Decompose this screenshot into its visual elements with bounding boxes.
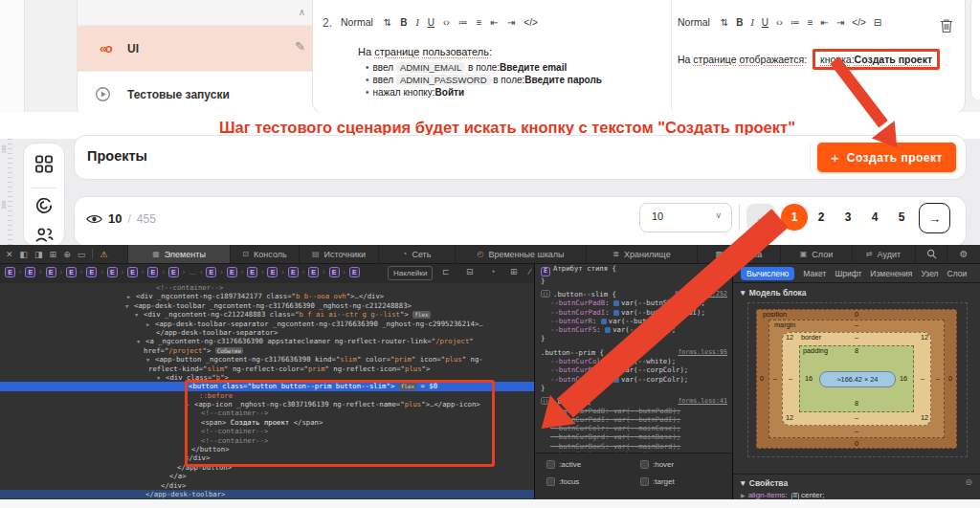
- dashboard-grid-icon[interactable]: [35, 155, 54, 173]
- sidebar-item-ui[interactable]: «o UI ✎: [78, 26, 319, 72]
- dom-node-line[interactable]: ▼<app-button _ngcontent-ng-c3176636390 k…: [0, 355, 534, 364]
- prev-page-button[interactable]: ←: [746, 204, 775, 232]
- badges-filter-button[interactable]: Наклейки: [388, 266, 433, 280]
- style-rule-line[interactable]: }: [535, 334, 732, 342]
- devtools-tab-storage[interactable]: ≣Хранилище: [586, 245, 697, 263]
- style-rule-line[interactable]: --butnCurR: var(--butnSlimR);: [535, 317, 732, 325]
- style-rule-line[interactable]: --butnCurBoxS: var(--mainBord);: [535, 442, 732, 451]
- chevron-up-icon[interactable]: ∧: [299, 7, 305, 17]
- element-breadcrumb-badge[interactable]: E: [267, 267, 278, 277]
- step-right-text[interactable]: На странице отображается: кнопка:Создать…: [678, 49, 960, 70]
- element-breadcrumb-badge[interactable]: E: [46, 267, 56, 277]
- dom-node-line[interactable]: <!--container-->: [0, 283, 534, 292]
- format-select[interactable]: Normal: [341, 16, 373, 28]
- create-project-button[interactable]: + Создать проект: [817, 143, 956, 172]
- style-rule-line[interactable]: --butnCurPadB: var(--butnSlimPadB);: [535, 298, 732, 307]
- style-rule-line[interactable]: --butnCurPadI: var(--butnPadI);: [535, 415, 732, 424]
- indent-icon[interactable]: ⇥: [507, 17, 515, 28]
- element-breadcrumb-badge[interactable]: E: [25, 267, 35, 277]
- angle-icon[interactable]: ‹›: [776, 17, 783, 28]
- dom-node-line[interactable]: </a>: [0, 472, 534, 480]
- underline-icon[interactable]: U: [428, 17, 434, 28]
- page-size-select[interactable]: 10 ∨: [639, 203, 732, 232]
- pseudo-toggle-target[interactable]: :target: [640, 477, 675, 486]
- devtools-tab-layers[interactable]: ▣Слои: [780, 245, 852, 263]
- page-button-3[interactable]: 3: [835, 204, 861, 231]
- ol-icon[interactable]: ≔: [458, 17, 468, 28]
- devtools-tab-audit[interactable]: ⇄Аудит: [852, 245, 914, 263]
- sidebar-item-test-runs[interactable]: Тестовые запуски: [78, 72, 319, 117]
- stylesheet-link[interactable]: forms.less:95: [678, 348, 727, 357]
- ol-icon[interactable]: ≔: [791, 17, 800, 28]
- dom-node-line[interactable]: </div>: [0, 481, 534, 490]
- gear-icon[interactable]: ⚙: [947, 245, 980, 263]
- outdent-icon[interactable]: ⇤: [491, 17, 499, 28]
- sidebar-tab-Шрифт[interactable]: Шрифт: [835, 269, 861, 278]
- style-rule-line[interactable]: }: [535, 276, 732, 285]
- italic-icon[interactable]: I: [415, 17, 418, 28]
- dom-node-line[interactable]: ▶<app-desk-toolbar-separator _ngcontent-…: [0, 320, 534, 328]
- dock-right-icon[interactable]: ◨: [34, 250, 43, 259]
- page-button-2[interactable]: 2: [808, 204, 835, 231]
- element-breadcrumb-badge[interactable]: E: [308, 267, 319, 277]
- underline-icon[interactable]: U: [762, 17, 768, 28]
- pagebreak-icon[interactable]: ⊟: [874, 17, 881, 28]
- style-rule-line[interactable]: --butnCurPadB: var(--butnPadB);: [535, 407, 732, 415]
- devtools-tab-grid[interactable]: ▦Элементы: [127, 245, 230, 263]
- bold-icon[interactable]: B: [400, 17, 407, 28]
- edit-pencil-icon[interactable]: ✎: [295, 39, 305, 54]
- indent-icon[interactable]: ⇥: [836, 17, 844, 28]
- sidebar-tab-Слои[interactable]: Слои: [947, 269, 968, 278]
- element-breadcrumb-badge[interactable]: E: [168, 267, 179, 277]
- ul-icon[interactable]: ≡: [477, 17, 482, 28]
- element-breadcrumb-badge[interactable]: E: [227, 267, 237, 277]
- element-breadcrumb-badge[interactable]: E: [107, 267, 118, 277]
- close-icon[interactable]: ✕: [6, 250, 13, 259]
- format-select[interactable]: Normal: [678, 16, 710, 28]
- style-rule-line[interactable]: }: [535, 384, 732, 392]
- stylesheet-link[interactable]: forms.less:252: [674, 290, 727, 298]
- dom-node-line[interactable]: ▼<div _ngcontent-ng-c212248883 class="b …: [0, 310, 534, 319]
- step-left-text[interactable]: На странице пользователь: •ввел ADMIN_EM…: [358, 46, 664, 99]
- dom-node-line[interactable]: </app-desk-toolbar-separator>: [0, 328, 534, 337]
- updown-icon[interactable]: ⇅: [721, 17, 728, 28]
- dom-node-line[interactable]: reflect-kind="slim" ng-reflect-color="pr…: [0, 364, 534, 373]
- italic-icon[interactable]: I: [750, 17, 753, 28]
- dock-left-icon[interactable]: ◧: [20, 250, 29, 259]
- style-rule-line[interactable]: --butnCurBgrd: var(--corpColr);: [535, 365, 732, 374]
- element-breadcrumb-badge[interactable]: E: [86, 267, 97, 277]
- search-icon[interactable]: [915, 245, 947, 263]
- element-breadcrumb-badge[interactable]: E: [206, 267, 216, 277]
- ruler-icon[interactable]: ⊏: [442, 267, 450, 276]
- page-button-5[interactable]: 5: [888, 204, 915, 231]
- devtools-tab-timelines[interactable]: ◴Временные шкалы: [455, 245, 586, 263]
- angle-icon[interactable]: ‹›: [443, 17, 450, 28]
- devtools-tab-graphics[interactable]: ▩Графика: [697, 245, 780, 263]
- outdent-icon[interactable]: ⇤: [821, 17, 829, 28]
- warning-icon[interactable]: ⚠: [100, 250, 107, 259]
- element-breadcrumb-badge[interactable]: E: [247, 267, 257, 277]
- filter-icon[interactable]: ⊜: [965, 477, 972, 487]
- pseudo-toggle-focus[interactable]: :focus: [546, 477, 579, 486]
- page-button-1[interactable]: 1: [781, 204, 808, 231]
- devtools-tab-network[interactable]: ◔Сеть: [378, 245, 455, 263]
- style-rule-line[interactable]: --butnCurFS: var(--butnSFS);: [535, 325, 732, 334]
- inspect-icon[interactable]: ⊕: [63, 250, 71, 259]
- element-breadcrumb-badge[interactable]: E: [147, 267, 158, 277]
- pseudo-toggle-active[interactable]: :active: [546, 460, 581, 469]
- device-icon[interactable]: ▭: [78, 250, 86, 259]
- dom-node-line[interactable]: ▼<app-desk-toolbar _ngcontent-ng-c317663…: [0, 301, 534, 310]
- code-icon[interactable]: </>: [523, 17, 537, 28]
- dom-node-line[interactable]: ▼<a _ngcontent-ng-c3176636390 appstatecl…: [0, 337, 534, 345]
- element-breadcrumb-badge[interactable]: E: [288, 267, 299, 277]
- style-rule-line[interactable]: .button--prim {forms.less:95: [535, 348, 732, 357]
- printer-icon[interactable]: ⊟: [466, 267, 474, 276]
- element-breadcrumb-badge[interactable]: E: [66, 267, 77, 277]
- grid-overlay-icon[interactable]: ⊞: [510, 267, 518, 276]
- ul-icon[interactable]: ≡: [808, 17, 813, 28]
- code-icon[interactable]: </>: [852, 17, 865, 28]
- dom-node-line[interactable]: href="/project"> Событие: [0, 346, 534, 355]
- style-rule-line[interactable]: {}.button {forms.less:41: [535, 397, 732, 406]
- style-rule-line[interactable]: --butnCurPadI: var(--butnSlimPadI);: [535, 308, 732, 317]
- style-rule-line[interactable]: EАтрибут стиля {: [535, 264, 732, 276]
